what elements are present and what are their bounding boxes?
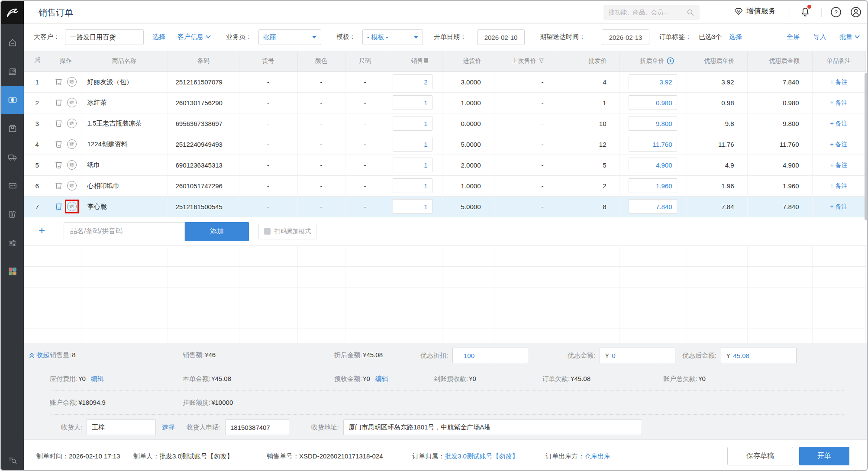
delete-row-icon[interactable]: [55, 181, 63, 190]
app-logo[interactable]: [1, 1, 24, 24]
shipping-address-input[interactable]: 厦门市思明区环岛东路1801号，中航紫金广场A塔: [343, 419, 642, 435]
save-draft-button[interactable]: 保存草稿: [727, 447, 793, 465]
table-row[interactable]: 7赠掌心脆2512161500545---15.0000-87.8407.847…: [24, 196, 865, 217]
sidebar-item-cashbox[interactable]: [1, 171, 24, 200]
discounted-price-input[interactable]: 9.800: [629, 116, 677, 131]
create-order-button[interactable]: 开单: [799, 447, 849, 465]
sidebar-item-sales-billing[interactable]: [1, 86, 24, 114]
sidebar-item-delivery[interactable]: [1, 143, 24, 171]
sidebar-item-pos[interactable]: [1, 57, 24, 86]
delivery-time-input[interactable]: 2026-02-13: [602, 29, 649, 45]
customer-info-dropdown[interactable]: 客户信息: [177, 33, 211, 41]
gift-icon[interactable]: 赠: [67, 181, 77, 190]
row-number: 6: [24, 175, 51, 196]
qty-input[interactable]: 1: [393, 178, 432, 193]
product-search-input[interactable]: 品名/条码/拼音码: [64, 222, 185, 241]
qty-input[interactable]: 1: [393, 95, 432, 110]
discount-rate-input[interactable]: 100: [452, 348, 528, 363]
order-date-input[interactable]: 2026-02-10: [477, 29, 525, 45]
qty-input[interactable]: 1: [393, 116, 432, 131]
qty-input[interactable]: 1: [393, 158, 432, 172]
delete-row-icon[interactable]: [55, 202, 63, 211]
gift-icon[interactable]: 赠: [67, 139, 77, 149]
receiver-phone-input[interactable]: 18150387407: [225, 419, 289, 435]
qty-input[interactable]: 2: [393, 74, 432, 89]
header-disc-price[interactable]: 折后单价: [620, 51, 687, 71]
qty-input[interactable]: 1: [393, 137, 432, 152]
table-row[interactable]: 1赠好丽友派（包）2512161507079---23.0000-43.923.…: [24, 71, 865, 92]
discounted-price-input[interactable]: 11.760: [629, 137, 677, 152]
table-row[interactable]: 4赠1224创建资料2512240949493---15.0000-1211.7…: [24, 134, 865, 155]
discounted-price-input[interactable]: 1.960: [629, 178, 677, 193]
sidebar-menu-search[interactable]: [1, 455, 24, 465]
after-discount-amount: 0.980: [747, 92, 812, 113]
table-row[interactable]: 5赠纸巾6901236345313---12.0000-54.9004.94.9…: [24, 155, 865, 175]
delete-row-icon[interactable]: [55, 98, 63, 107]
add-remark-link[interactable]: + 备注: [830, 120, 847, 127]
table-row[interactable]: 6赠心相印纸巾2601051747296---11.0000-21.9601.9…: [24, 175, 865, 196]
add-remark-link[interactable]: + 备注: [830, 141, 847, 148]
fullscreen-link[interactable]: 全屏: [787, 33, 800, 41]
global-search-input[interactable]: 搜功能、商品、会员...: [603, 5, 700, 20]
sidebar-item-home[interactable]: [1, 29, 24, 57]
receiver-input[interactable]: 王梓: [87, 419, 156, 435]
product-barcode: 2512240949493: [168, 134, 239, 155]
delete-row-icon[interactable]: [55, 77, 63, 86]
big-customer-input[interactable]: 一路发日用百货: [65, 29, 144, 45]
batch-dropdown[interactable]: 批量: [839, 33, 860, 41]
delete-row-icon[interactable]: [55, 161, 63, 169]
edit-link[interactable]: 编辑: [91, 375, 104, 382]
salesperson-select[interactable]: 张丽: [258, 29, 321, 45]
sidebar-item-settings[interactable]: [1, 229, 24, 257]
vertical-scrollbar[interactable]: [865, 73, 868, 220]
notifications-button[interactable]: [800, 6, 811, 20]
delete-row-icon[interactable]: [55, 119, 63, 128]
after-discount-amount-input[interactable]: ¥ 45.08: [721, 348, 797, 363]
customer-select-link[interactable]: 选择: [152, 33, 165, 41]
summary-stat: 销售量:8: [50, 351, 76, 359]
add-remark-link[interactable]: + 备注: [830, 203, 847, 210]
table-row[interactable]: 3赠1.5王老吉瓶装凉茶6956367338697---10.0000-109.…: [24, 113, 865, 134]
discounted-price-input[interactable]: 4.900: [629, 158, 677, 172]
account-button[interactable]: [850, 6, 862, 20]
header-last-price[interactable]: 上次售价: [494, 51, 557, 71]
add-row-plus-icon[interactable]: +: [39, 224, 45, 237]
gift-icon[interactable]: 赠: [67, 119, 77, 128]
row-number: 4: [24, 134, 51, 155]
add-product-button[interactable]: 添加: [185, 222, 249, 241]
add-remark-link[interactable]: + 备注: [830, 99, 847, 106]
sidebar-item-reports[interactable]: [1, 200, 24, 229]
add-remark-link[interactable]: + 备注: [830, 182, 847, 189]
import-link[interactable]: 导入: [813, 33, 826, 41]
gift-icon[interactable]: 赠: [67, 77, 77, 87]
scan-accumulate-toggle[interactable]: 扫码累加模式: [258, 224, 316, 239]
edit-link[interactable]: 编辑: [375, 375, 388, 382]
value-added-services[interactable]: 增值服务: [734, 6, 776, 16]
header-wholesale: 批发价: [557, 51, 620, 71]
discounted-price-input[interactable]: 3.92: [629, 74, 677, 89]
table-row[interactable]: 2赠冰红茶2601301756290---11.0000-10.9800.980…: [24, 92, 865, 113]
help-button[interactable]: ?: [830, 6, 842, 20]
gift-icon[interactable]: 赠: [67, 98, 77, 107]
gift-icon[interactable]: 赠: [67, 202, 77, 211]
discounted-price-input[interactable]: 7.840: [629, 199, 677, 214]
checkbox-icon: [264, 228, 271, 235]
empty-row: [24, 246, 865, 267]
add-remark-link[interactable]: + 备注: [830, 161, 847, 168]
summary-stat: 账户总欠款:¥0: [663, 375, 706, 383]
gift-icon[interactable]: 赠: [67, 160, 77, 170]
discounted-price-input[interactable]: 0.980: [629, 95, 677, 110]
order-tags-select-link[interactable]: 选择: [729, 33, 742, 41]
product-name: 1224创建资料: [81, 134, 168, 155]
purchase-price: 2.0000: [442, 155, 494, 175]
receiver-select-link[interactable]: 选择: [162, 423, 175, 432]
collapse-panel-link[interactable]: 收起: [29, 351, 49, 359]
sidebar-item-inventory[interactable]: [1, 114, 24, 143]
delete-row-icon[interactable]: [55, 140, 63, 148]
add-remark-link[interactable]: + 备注: [830, 78, 847, 85]
template-select[interactable]: - 模板 -: [362, 29, 423, 45]
qty-input[interactable]: 1: [393, 199, 432, 214]
header-remark: 单品备注: [812, 51, 865, 71]
column-settings[interactable]: [24, 51, 51, 71]
sidebar-item-apps[interactable]: [1, 257, 24, 286]
